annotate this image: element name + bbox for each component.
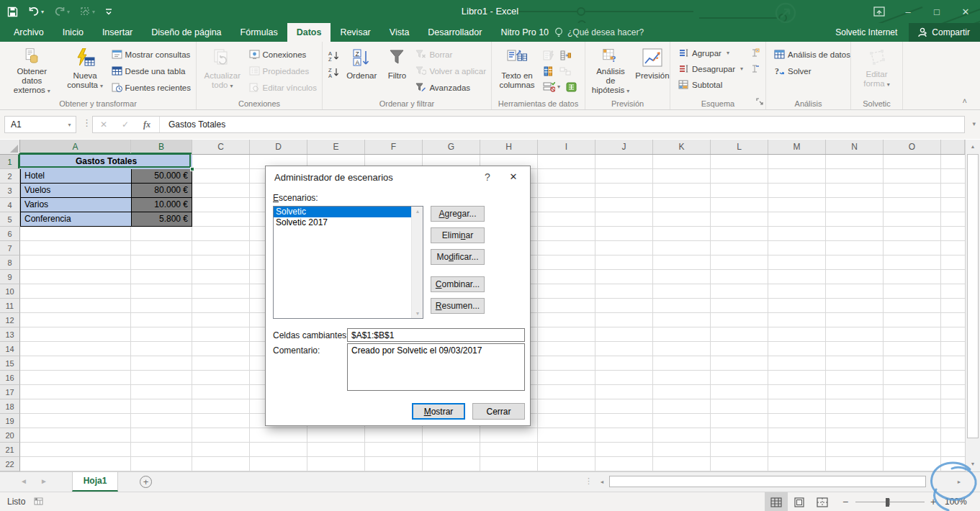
row-header-18[interactable]: 18 <box>0 399 20 414</box>
name-box[interactable]: A1 ▾ <box>4 116 76 133</box>
row-header-12[interactable]: 12 <box>0 313 20 327</box>
filtro-button[interactable]: Filtro <box>382 45 413 97</box>
row-header-16[interactable]: 16 <box>0 371 20 385</box>
esquema-dialog-launcher[interactable] <box>756 97 763 107</box>
ordenar-za-button[interactable]: ZA <box>325 65 341 80</box>
cell-b4[interactable]: 10.000 € <box>131 198 192 212</box>
row-header-20[interactable]: 20 <box>0 428 20 443</box>
scenario-listbox[interactable]: SolveticSolvetic 2017 ▲ ▼ <box>273 206 423 319</box>
column-header-m[interactable]: M <box>768 140 826 154</box>
cell-a5[interactable]: Conferencia <box>20 212 131 227</box>
mostrar-button[interactable]: Mostrar <box>412 403 465 420</box>
zoom-slider-thumb[interactable] <box>886 498 889 507</box>
column-header-k[interactable]: K <box>653 140 711 154</box>
redo-button[interactable]: ▾ <box>54 6 70 17</box>
cancel-button[interactable]: ✕ <box>93 119 114 130</box>
propiedades-button[interactable]: Propiedades <box>247 63 319 78</box>
tell-me-box[interactable]: ¿Qué desea hacer? <box>554 23 644 42</box>
analisis-de-hipotesis-button[interactable]: ? Análisis de hipótesis▾ <box>588 45 633 97</box>
cell-b2[interactable]: 50.000 € <box>131 169 192 184</box>
row-header-5[interactable]: 5 <box>0 212 20 227</box>
volver-a-aplicar-button[interactable]: Volver a aplicar <box>413 63 488 78</box>
subtotal-button[interactable]: Subtotal <box>676 77 724 92</box>
scroll-right-icon[interactable]: ► <box>953 476 965 488</box>
scroll-left-icon[interactable]: ◄ <box>596 476 608 488</box>
vertical-scrollbar-thumb[interactable] <box>967 154 979 438</box>
fuentes-recientes-button[interactable]: Fuentes recientes <box>109 80 193 95</box>
zoom-in-button[interactable]: + <box>930 496 936 507</box>
account-name[interactable]: Solvetic Internet <box>835 27 897 37</box>
vertical-scrollbar[interactable]: ▲ ▼ <box>965 140 980 471</box>
row-header-17[interactable]: 17 <box>0 385 20 399</box>
undo-dropdown-icon[interactable]: ▾ <box>41 9 44 15</box>
analisis-de-datos-button[interactable]: Análisis de datos <box>772 47 853 62</box>
new-sheet-button[interactable]: + <box>140 476 152 488</box>
undo-button[interactable]: ▾ <box>28 6 44 17</box>
list-scroll-up-icon[interactable]: ▲ <box>412 209 423 214</box>
mostrar-detalle-button[interactable] <box>747 45 763 60</box>
page-break-view-button[interactable] <box>811 492 834 511</box>
tab-scrollbar-splitter[interactable]: ⋮ <box>585 476 593 486</box>
row-header-2[interactable]: 2 <box>0 169 20 184</box>
quitar-duplicados-button[interactable] <box>541 63 557 78</box>
obtener-datos-externos-button[interactable]: Obtener datos externos▾ <box>3 45 61 97</box>
actualizar-todo-button[interactable]: Actualizar todo▾ <box>199 45 246 97</box>
column-header-c[interactable]: C <box>192 140 250 154</box>
row-header-11[interactable]: 11 <box>0 299 20 313</box>
tab-f-rmulas[interactable]: Fórmulas <box>231 23 287 42</box>
solver-button[interactable]: ? Solver <box>772 63 814 78</box>
next-sheet-icon[interactable]: ► <box>40 477 48 485</box>
consolidar-button[interactable] <box>557 48 573 63</box>
ordenar-az-button[interactable]: AZ <box>325 48 341 63</box>
customize-qat-button[interactable] <box>105 7 112 16</box>
column-header-l[interactable]: L <box>711 140 768 154</box>
editar-vinculos-button[interactable]: Editar vínculos <box>247 80 319 95</box>
ribbon-display-options-button[interactable] <box>865 0 894 23</box>
validacion-de-datos-button[interactable]: ▾ <box>541 79 562 94</box>
cerrar-button[interactable]: Cerrar <box>472 403 525 420</box>
horizontal-scrollbar-thumb[interactable] <box>609 476 926 487</box>
dialog-button-combinar[interactable]: Combinar... <box>431 276 485 292</box>
listbox-scrollbar[interactable]: ▲ ▼ <box>411 207 423 318</box>
dialog-close-button[interactable]: ✕ <box>501 169 526 185</box>
editar-forma-button[interactable]: Editar forma▾ <box>856 45 898 97</box>
row-header-15[interactable]: 15 <box>0 356 20 371</box>
tab-insertar[interactable]: Insertar <box>93 23 142 42</box>
row-header-13[interactable]: 13 <box>0 327 20 342</box>
column-header-a[interactable]: A <box>20 140 131 154</box>
previous-sheet-icon[interactable]: ◄ <box>20 477 27 485</box>
cell-b3[interactable]: 80.000 € <box>131 184 192 198</box>
sheet-tab-hoja1[interactable]: Hoja1 <box>72 472 118 492</box>
relleno-rapido-button[interactable] <box>541 48 557 63</box>
row-header-6[interactable]: 6 <box>0 227 20 241</box>
dialog-button-resumen[interactable]: Resumen... <box>431 298 485 314</box>
fill-handle[interactable] <box>190 167 194 171</box>
column-header-h[interactable]: H <box>480 140 538 154</box>
texto-en-columnas-button[interactable]: Texto en columnas <box>495 45 539 97</box>
collapse-ribbon-button[interactable]: ˄ <box>963 96 967 105</box>
cell-a1-merged-header[interactable]: Gastos Totales <box>20 155 192 169</box>
comentario-textarea[interactable] <box>347 343 525 391</box>
expand-formula-bar-icon[interactable]: ▾ <box>972 120 976 127</box>
scenario-item-solvetic-2017[interactable]: Solvetic 2017 <box>274 217 423 228</box>
page-layout-view-button[interactable] <box>788 492 811 511</box>
tab-desarrollador[interactable]: Desarrollador <box>418 23 491 42</box>
normal-view-button[interactable] <box>765 492 788 511</box>
column-header-j[interactable]: J <box>595 140 653 154</box>
column-header-g[interactable]: G <box>423 140 480 154</box>
formula-field[interactable]: ✕ ✓ fx Gastos Totales <box>92 116 965 133</box>
column-header-f[interactable]: F <box>365 140 423 154</box>
cell-a4[interactable]: Varios <box>20 198 131 212</box>
cell-b5[interactable]: 5.800 € <box>131 212 192 227</box>
record-macro-button[interactable] <box>33 497 44 508</box>
row-header-19[interactable]: 19 <box>0 414 20 428</box>
close-button[interactable]: ✕ <box>951 0 980 23</box>
enter-button[interactable]: ✓ <box>114 119 136 130</box>
share-button[interactable]: Compartir <box>909 23 980 42</box>
mostrar-consultas-button[interactable]: Mostrar consultas <box>109 47 193 62</box>
column-header-e[interactable]: E <box>307 140 365 154</box>
row-header-9[interactable]: 9 <box>0 270 20 284</box>
row-header-3[interactable]: 3 <box>0 184 20 198</box>
name-box-dropdown-icon[interactable]: ▾ <box>63 122 76 128</box>
row-header-14[interactable]: 14 <box>0 342 20 356</box>
